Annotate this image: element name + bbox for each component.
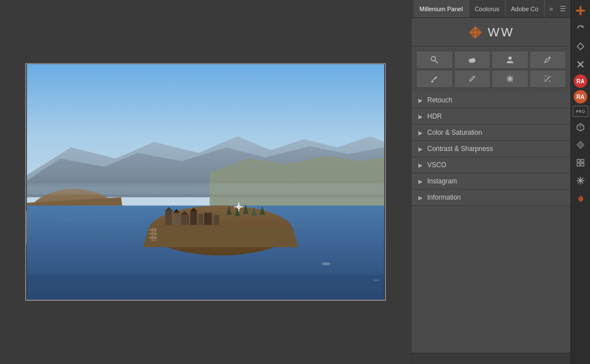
svg-point-56	[471, 58, 475, 62]
star-burst-icon-button[interactable]	[573, 173, 588, 188]
tool-grid	[412, 46, 570, 92]
svg-rect-20	[204, 212, 212, 225]
svg-rect-19	[199, 214, 203, 225]
gem-icon-button[interactable]	[573, 137, 588, 153]
panel-item-contrast-sharpness[interactable]: ▶ Contrast & Sharpness	[412, 141, 570, 157]
logo-flower-icon	[468, 25, 483, 40]
panel-item-contrast-sharpness-label: Contrast & Sharpness	[427, 145, 493, 153]
svg-rect-39	[27, 183, 384, 195]
panel-item-color-saturation-label: Color & Saturation	[427, 129, 482, 136]
svg-point-74	[576, 10, 580, 12]
share-icon-button[interactable]	[573, 39, 588, 54]
svg-point-57	[508, 56, 512, 60]
arrow-icon: ▶	[418, 130, 423, 136]
svg-marker-3	[210, 155, 384, 208]
svg-point-52	[431, 56, 436, 61]
svg-point-59	[431, 81, 433, 83]
svg-rect-87	[577, 163, 580, 166]
cloud-tool-button[interactable]	[454, 51, 491, 69]
svg-point-73	[579, 12, 582, 16]
svg-point-72	[579, 6, 582, 10]
svg-rect-34	[149, 233, 157, 234]
svg-rect-21	[214, 215, 219, 225]
arrow-icon: ▶	[418, 178, 423, 185]
svg-point-67	[545, 75, 546, 77]
panel-item-vsco-label: VSCO	[427, 161, 446, 169]
svg-marker-14	[143, 228, 298, 247]
arrow-icon: ▶	[418, 162, 423, 168]
svg-point-68	[549, 81, 550, 82]
svg-point-43	[474, 31, 477, 34]
panel-item-retouch[interactable]: ▶ Retouch	[412, 92, 570, 108]
panel-item-hdr-label: HDR	[427, 112, 442, 120]
svg-marker-84	[577, 141, 584, 148]
arrow-icon: ▶	[418, 114, 423, 120]
logo-area: WW	[412, 18, 570, 46]
fire-icon-button[interactable]	[573, 191, 588, 206]
logo-text: WW	[488, 25, 515, 40]
svg-point-69	[544, 78, 545, 79]
pen-tool-button[interactable]	[530, 51, 567, 69]
panel-item-vsco[interactable]: ▶ VSCO	[412, 157, 570, 173]
svg-point-36	[322, 262, 331, 266]
magnify-tool-button[interactable]	[416, 51, 453, 69]
asterisk-tool-button[interactable]	[492, 70, 528, 88]
panel-item-color-saturation[interactable]: ▶ Color & Saturation	[412, 125, 570, 141]
panel-item-information-label: Information	[427, 193, 461, 201]
tab-overflow-button[interactable]: »	[547, 4, 555, 14]
icon-bar: RA RA PRO	[570, 0, 590, 364]
tab-millenium-panel[interactable]: Millenium Panel	[414, 0, 469, 17]
arrow-icon: ▶	[418, 146, 423, 152]
svg-line-65	[545, 77, 550, 82]
tab-coolorus[interactable]: Coolorus	[469, 0, 506, 17]
svg-rect-35	[149, 237, 157, 238]
canvas-area	[0, 0, 411, 364]
svg-rect-88	[581, 163, 584, 166]
svg-rect-33	[149, 229, 157, 230]
cube-icon-button[interactable]	[573, 119, 588, 135]
pencil-tool-button[interactable]	[454, 70, 491, 88]
svg-point-75	[582, 10, 586, 12]
tab-bar: Millenium Panel Coolorus Adobe Co » ☰	[412, 0, 570, 18]
svg-rect-38	[27, 275, 384, 300]
tools-cross-icon-button[interactable]	[573, 56, 588, 72]
image-canvas[interactable]	[25, 63, 386, 301]
svg-point-70	[547, 75, 548, 77]
svg-rect-85	[577, 159, 580, 162]
tab-menu-button[interactable]: ☰	[558, 4, 568, 14]
arrow-icon: ▶	[418, 97, 423, 103]
panel-item-instagram-label: Instagram	[427, 177, 457, 185]
svg-marker-77	[577, 43, 584, 50]
svg-rect-17	[181, 215, 189, 225]
rotate-icon-button[interactable]	[573, 21, 588, 36]
panel-list: ▶ Retouch ▶ HDR ▶ Color & Saturation ▶ C…	[412, 92, 570, 353]
grid-icon-button[interactable]	[573, 155, 588, 171]
panel-item-information[interactable]: ▶ Information	[412, 190, 570, 206]
svg-line-53	[435, 61, 438, 64]
avatar-ra-1-button[interactable]: RA	[574, 74, 587, 88]
panel-item-retouch-label: Retouch	[427, 96, 452, 104]
brush-tool-button[interactable]	[416, 70, 453, 88]
panel-bottom	[412, 353, 570, 364]
person-tool-button[interactable]	[492, 51, 528, 69]
svg-rect-18	[190, 211, 197, 225]
panel-item-hdr[interactable]: ▶ HDR	[412, 108, 570, 125]
svg-rect-16	[174, 212, 180, 225]
arrow-icon: ▶	[418, 195, 423, 201]
wand-tool-button[interactable]	[530, 70, 567, 88]
flower-icon-button[interactable]	[573, 3, 588, 18]
pro-badge-button[interactable]: PRO	[573, 106, 588, 117]
svg-rect-15	[166, 211, 172, 225]
right-panel: Millenium Panel Coolorus Adobe Co » ☰ WW	[411, 0, 570, 364]
panel-item-instagram[interactable]: ▶ Instagram	[412, 173, 570, 190]
svg-rect-86	[581, 159, 584, 162]
tab-adobe-co[interactable]: Adobe Co	[506, 0, 545, 17]
avatar-ra-2-button[interactable]: RA	[574, 90, 587, 103]
